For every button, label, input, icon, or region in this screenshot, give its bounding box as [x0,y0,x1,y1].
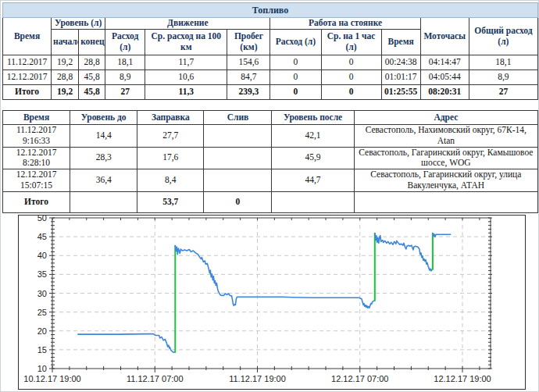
table-cell: 12.12.2017 8:28:10 [3,147,70,169]
x-axis-tick-label: 12.12.17 07:00 [331,374,388,383]
x-axis-tick-label: 12.12.17 19:00 [434,374,491,383]
table-cell: 42,1 [272,125,354,148]
table-cell: 8,4 [137,169,204,192]
table-cell: 28,8 [52,70,79,85]
col-header-address: Адрес [354,111,537,125]
col-header-idle-avg-hour: Ср. на 1 час (л) [321,30,381,55]
fuel-level-line [175,246,373,308]
total-cell: 239,3 [227,85,270,100]
table-cell: 00:24:38 [381,55,420,70]
total-cell: 53,7 [137,191,204,212]
col-header-refuel-volume: Заправка [137,111,204,125]
total-cell: Итого [3,191,70,212]
col-header-time: Время [3,18,52,55]
table-cell: 18,1 [105,55,145,70]
total-cell [354,191,537,212]
y-axis-tick-label: 50 [37,216,47,223]
table-title-fuel: Топливо [3,3,538,18]
table-cell: 45,9 [272,147,354,169]
fuel-level-chart-canvas: 10152025303540455010.12.17 19:0011.12.17… [19,216,523,387]
table-cell: 04:14:47 [420,55,469,70]
x-axis-tick-label: 10.12.17 19:00 [23,374,80,383]
col-header-idle-time: Время [381,30,420,55]
table-row: 12.12.201728,845,88,910,684,70001:01:170… [3,70,538,85]
table-cell: 01:01:17 [381,70,420,85]
total-cell: 0 [321,85,381,100]
table-cell: 28,3 [70,147,137,169]
table-cell: 36,4 [70,169,137,192]
table-cell: 84,7 [227,70,270,85]
col-group-movement: Движение [105,18,270,30]
table-row: 11.12.201719,228,818,111,7154,60000:24:3… [3,55,538,70]
table-cell: Севастополь, Гагаринский округ, Камышово… [354,147,537,169]
table-cell: 0 [321,55,381,70]
table-cell: 8,9 [105,70,145,85]
table-cell [204,147,272,169]
table-cell: 154,6 [227,55,270,70]
table-row: 12.12.2017 8:28:1028,317,645,9Севастопол… [3,147,538,169]
col-header-mov-avg-100km: Ср. расход на 100 км [145,30,227,55]
total-cell: 27 [105,85,145,100]
total-cell: 0 [204,191,272,212]
total-cell: 0 [270,85,321,100]
y-axis-tick-label: 25 [37,308,47,317]
col-header-level-end: конец [79,30,105,55]
table-cell: 18,1 [469,55,537,70]
fuel-level-line [375,233,432,271]
table-cell: 0 [321,70,381,85]
table-cell: 12.12.2017 [3,70,52,85]
col-header-drain: Слив [204,111,272,125]
y-axis-tick-label: 45 [37,232,47,241]
total-cell: 45,8 [79,85,105,100]
table-cell: 27,7 [137,125,204,148]
table-cell: 8,9 [469,70,537,85]
table-row: 11.12.2017 9:16:3314,427,742,1Севастопол… [3,125,538,148]
table-cell: 44,7 [272,169,354,192]
total-cell: 11,3 [145,85,227,100]
col-header-level-start: начало [52,30,79,55]
table-cell: 04:05:44 [420,70,469,85]
table-cell: Севастополь, Гагаринский округ, улица Ва… [354,169,537,192]
col-header-level-after: Уровень после [272,111,354,125]
y-axis-tick-label: 10 [37,364,47,373]
col-header-mov-consumption: Расход (л) [105,30,145,55]
table-cell: 17,6 [137,147,204,169]
table-cell: 10,6 [145,70,227,85]
table-cell [204,169,272,192]
y-axis-tick-label: 40 [37,251,47,260]
total-row: Итого19,245,82711,3239,30001:25:5508:20:… [3,85,538,100]
table-row: 12.12.2017 15:07:1536,48,444,7Севастопол… [3,169,538,192]
col-group-idle: Работа на стоянке [270,18,420,30]
table-cell: 28,8 [79,55,105,70]
col-header-total-consumption: Общий расход (л) [469,18,537,55]
y-axis-tick-label: 30 [37,289,47,298]
fuel-summary-table: Топливо Время Уровень (л) Движение Работ… [2,2,538,100]
total-cell: 27 [469,85,537,100]
table-cell: 0 [270,70,321,85]
table-cell: 0 [270,55,321,70]
x-axis-tick-label: 11.12.17 19:00 [229,374,286,383]
table-cell [204,125,272,148]
total-cell [70,191,137,212]
y-axis-tick-label: 15 [37,345,47,355]
table-cell: 11.12.2017 [3,55,52,70]
x-axis-tick-label: 11.12.17 07:00 [127,374,184,383]
table-cell: 11,7 [145,55,227,70]
total-cell: 01:25:55 [381,85,420,100]
col-header-mileage: Пробег (км) [227,30,270,55]
total-cell: 19,2 [52,85,79,100]
y-axis-tick-label: 20 [37,326,47,336]
col-group-level: Уровень (л) [52,18,105,30]
table-cell: 11.12.2017 9:16:33 [3,125,70,148]
table-cell: 12.12.2017 15:07:15 [3,169,70,192]
table-cell: 19,2 [52,55,79,70]
refuels-table: Время Уровень до Заправка Слив Уровень п… [2,110,538,213]
total-cell: 08:20:31 [420,85,469,100]
col-header-refuel-time: Время [3,111,70,125]
total-row: Итого53,70 [3,191,538,212]
fuel-report-page: Топливо Время Уровень (л) Движение Работ… [0,0,539,392]
total-cell: Итого [3,85,52,100]
chart-axes [49,218,492,372]
col-header-level-before: Уровень до [70,111,137,125]
col-header-engine-hours: Моточасы [420,18,469,55]
